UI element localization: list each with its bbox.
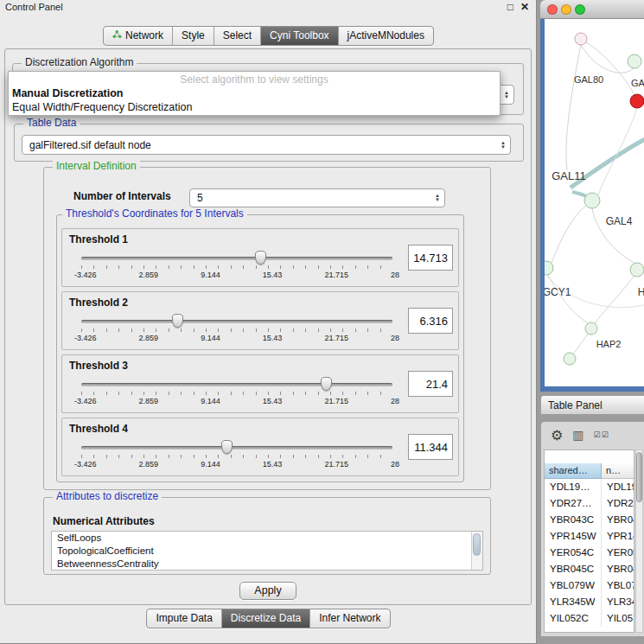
table-row[interactable]: YIL052CYIL05 [545, 610, 634, 627]
network-node[interactable] [545, 261, 553, 275]
table-row[interactable]: YLR345WYLR34 [545, 594, 634, 610]
node-table: shared… n… YDL19…YDL19YDR27…YDR27YBR043C… [544, 450, 634, 633]
threshold-3-panel: Threshold 3 -3.4262.8599.14415.4321.7152… [61, 354, 459, 413]
network-node[interactable] [628, 54, 641, 68]
threshold-value-input[interactable] [408, 434, 453, 460]
control-panel-title: Control Panel [5, 2, 63, 12]
bottom-tabbar: Impute DataDiscretize DataInfer Network [146, 609, 390, 628]
network-node-label: GA [631, 78, 644, 88]
minimize-traffic-light[interactable] [561, 4, 571, 15]
algorithm-option-equal-width-frequency-discretization[interactable]: Equal Width/Frequency Discretization [9, 100, 500, 114]
table-row[interactable]: YDR27…YDR27 [545, 495, 634, 512]
threshold-slider[interactable]: -3.4262.8599.14415.4321.71528 [81, 379, 392, 410]
gear-icon[interactable]: ⚙ [551, 427, 563, 443]
attribute-item-selfloops[interactable]: SelfLoops [52, 532, 471, 545]
column-header-shared-name[interactable]: shared… [545, 463, 602, 479]
control-panel-titlebar: Control Panel □ ✕ [0, 0, 536, 16]
scale-label: 21.715 [324, 334, 348, 342]
tab-style[interactable]: Style [173, 27, 214, 45]
scale-label: 21.715 [324, 460, 348, 469]
slider-ticks [81, 392, 392, 395]
slider-thumb[interactable] [172, 314, 183, 328]
number-of-intervals-select[interactable]: 5 ▲▼ [189, 188, 445, 207]
table-row[interactable]: YDL19…YDL19 [545, 479, 634, 495]
columns-icon[interactable]: ▥ [572, 428, 583, 442]
table-cell: YLR345W [545, 594, 602, 610]
table-row[interactable]: YER054CYER05 [545, 545, 634, 561]
network-edge[interactable] [598, 108, 637, 195]
network-node[interactable] [630, 263, 644, 277]
table-row[interactable]: YBL079WYBL07 [545, 577, 634, 594]
tab-select[interactable]: Select [214, 27, 261, 45]
slider-thumb[interactable] [321, 377, 332, 391]
close-window-icon[interactable]: ✕ [520, 1, 529, 13]
attributes-scrollbar-thumb[interactable] [473, 533, 481, 556]
close-traffic-light[interactable] [547, 4, 558, 15]
scale-label: -3.426 [74, 460, 97, 469]
threshold-value-input[interactable] [408, 245, 453, 271]
bottom-tab-infer-network[interactable]: Infer Network [310, 609, 389, 628]
numerical-attributes-label: Numerical Attributes [53, 515, 155, 527]
scale-label: -3.426 [74, 271, 97, 279]
attribute-item-topologicalcoefficient[interactable]: TopologicalCoefficient [52, 545, 471, 558]
slider-scale: -3.4262.8599.14415.4321.71528 [74, 334, 399, 342]
network-icon [112, 29, 122, 41]
slider-track[interactable] [81, 257, 392, 260]
table-data-select-value: galFiltered.sif default node [22, 139, 496, 151]
algorithm-option-manual-discretization[interactable]: Manual Discretization [9, 86, 500, 100]
bottom-tab-impute-data[interactable]: Impute Data [147, 609, 221, 628]
slider-thumb[interactable] [255, 251, 266, 265]
slider-thumb[interactable] [221, 440, 233, 454]
zoom-traffic-light[interactable] [575, 4, 585, 15]
network-edge[interactable] [581, 45, 634, 73]
tab-jactivemnodules[interactable]: jActiveMNodules [339, 27, 433, 45]
threshold-value-input[interactable] [408, 308, 453, 334]
network-window-titlebar [540, 0, 644, 19]
threshold-slider[interactable]: -3.4262.8599.14415.4321.71528 [81, 316, 392, 347]
network-node[interactable] [585, 322, 597, 335]
column-header-name[interactable]: n… [602, 463, 634, 479]
network-edge[interactable] [548, 275, 590, 324]
table-scrollbar[interactable] [635, 450, 643, 633]
apply-button[interactable]: Apply [239, 582, 296, 600]
table-scrollbar-thumb[interactable] [636, 452, 642, 502]
network-edge[interactable] [595, 275, 634, 323]
float-window-icon[interactable]: □ [507, 1, 513, 13]
attributes-scrollbar[interactable] [471, 532, 482, 570]
select-columns-icon[interactable]: ☑☑ [594, 430, 609, 439]
bottom-tab-discretize-data[interactable]: Discretize Data [222, 609, 310, 628]
network-node[interactable] [584, 193, 600, 208]
number-of-intervals-value: 5 [190, 192, 430, 204]
threshold-slider[interactable]: -3.4262.8599.14415.4321.71528 [81, 252, 392, 284]
table-cell: YER05 [602, 545, 634, 561]
table-row[interactable]: YPR145WYPR14 [545, 528, 634, 545]
table-data-select[interactable]: galFiltered.sif default node ▲▼ [22, 135, 511, 155]
slider-track[interactable] [81, 446, 392, 450]
top-tabbar: NetworkStyleSelectCyni ToolboxjActiveMNo… [103, 26, 434, 46]
scale-label: -3.426 [74, 334, 97, 342]
slider-scale: -3.4262.8599.14415.4321.71528 [74, 460, 399, 469]
discretization-algorithm-group-title: Discretization Algorithm [22, 56, 137, 68]
attribute-item-betweennesscentrality[interactable]: BetweennessCentrality [52, 558, 471, 571]
table-row[interactable]: YBR045CYBR04 [545, 561, 634, 577]
table-cell: YDR27… [545, 495, 602, 512]
slider-track[interactable] [81, 320, 392, 323]
scale-label: 28 [391, 460, 399, 469]
scale-label: 28 [391, 397, 399, 405]
network-node[interactable] [575, 33, 587, 45]
threshold-slider[interactable]: -3.4262.8599.14415.4321.71528 [81, 442, 392, 473]
threshold-value-input[interactable] [408, 371, 453, 397]
network-edge[interactable] [573, 333, 589, 354]
table-panel-bar[interactable]: Table Panel [540, 395, 644, 415]
table-row[interactable]: YBR043CYBR04 [545, 512, 634, 528]
network-canvas[interactable]: GAL80GAGAL11GAL4GCY1HHAP2 [545, 19, 644, 386]
network-edge[interactable] [566, 45, 581, 170]
slider-track[interactable] [81, 383, 392, 386]
tab-cyni-toolbox[interactable]: Cyni Toolbox [261, 27, 338, 45]
network-edge[interactable] [552, 204, 588, 263]
network-node[interactable] [564, 353, 576, 365]
network-edge[interactable] [586, 42, 634, 95]
tab-network[interactable]: Network [104, 27, 173, 45]
threshold-label: Threshold 2 [69, 296, 128, 309]
network-node[interactable] [630, 94, 644, 108]
